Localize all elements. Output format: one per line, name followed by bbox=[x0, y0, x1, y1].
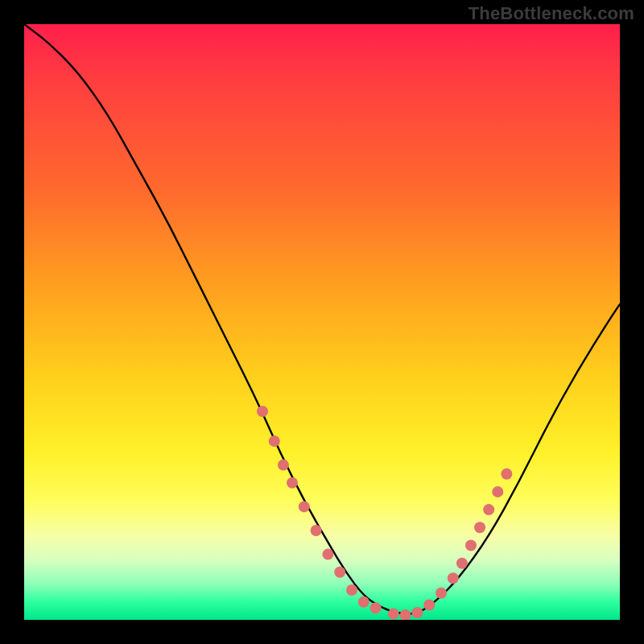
curve-marker bbox=[456, 558, 468, 569]
curve-marker bbox=[388, 609, 399, 620]
curve-marker bbox=[358, 597, 369, 608]
chart-stage: TheBottleneck.com bbox=[0, 0, 644, 644]
curve-marker bbox=[501, 469, 512, 480]
curve-marker bbox=[370, 602, 382, 613]
curve-marker bbox=[346, 584, 357, 596]
curve-marker bbox=[269, 436, 280, 447]
curve-marker bbox=[400, 609, 411, 620]
curve-marker bbox=[474, 522, 485, 533]
curve-marker bbox=[322, 549, 333, 560]
curve-marker bbox=[465, 540, 477, 551]
curve-marker bbox=[492, 486, 503, 497]
curve-marker bbox=[411, 607, 423, 618]
curve-marker bbox=[278, 460, 289, 471]
chart-svg bbox=[24, 24, 620, 620]
curve-marker bbox=[436, 588, 447, 599]
bottleneck-curve bbox=[24, 24, 620, 614]
curve-marker bbox=[311, 525, 322, 536]
curve-marker bbox=[257, 406, 268, 417]
brand-watermark: TheBottleneck.com bbox=[469, 3, 634, 24]
curve-marker bbox=[287, 477, 298, 489]
curve-marker bbox=[448, 572, 459, 584]
curve-marker bbox=[423, 600, 435, 611]
marker-group bbox=[257, 406, 512, 620]
curve-marker bbox=[483, 504, 494, 515]
curve-marker bbox=[299, 501, 310, 512]
chart-plot-area bbox=[24, 24, 620, 620]
curve-marker bbox=[334, 567, 345, 578]
